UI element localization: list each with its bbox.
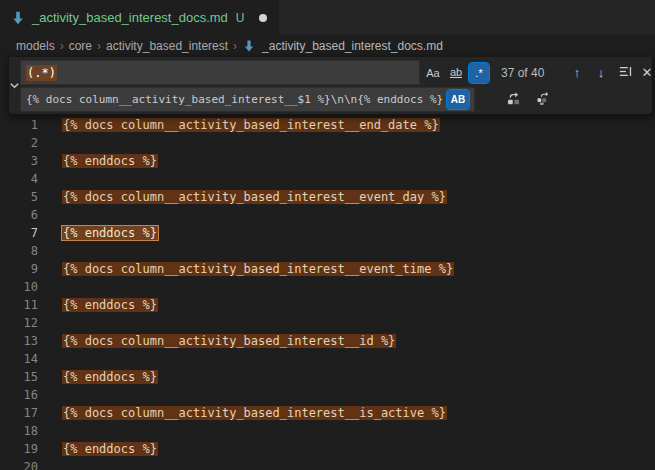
replace-all-icon: [536, 91, 551, 109]
find-in-selection-button[interactable]: [615, 63, 635, 83]
line-number: 4: [0, 170, 38, 188]
line-number: 20: [0, 458, 38, 470]
find-match: {% docs column__activity_based_interest_…: [62, 118, 440, 132]
match-case-label: Aa: [426, 67, 439, 79]
tab-title: _activity_based_interest_docs.md: [32, 10, 228, 25]
line-number: 15: [0, 368, 38, 386]
line-number: 13: [0, 332, 38, 350]
line-content[interactable]: {% docs column__activity_based_interest_…: [62, 260, 454, 278]
markdown-icon: [10, 10, 26, 26]
line-number: 10: [0, 278, 38, 296]
find-match: {% docs column__activity_based_interest_…: [62, 262, 454, 276]
code-line: 19{% enddocs %}: [0, 440, 655, 458]
replace-row: {% docs column__activity_based_interest_…: [20, 87, 655, 112]
code-line: 8: [0, 242, 655, 260]
line-content[interactable]: {% enddocs %}: [62, 296, 158, 314]
current-find-match: {% enddocs %}: [62, 226, 158, 240]
code-line: 6: [0, 206, 655, 224]
code-line: 1{% docs column__activity_based_interest…: [0, 116, 655, 134]
code-line: 11{% enddocs %}: [0, 296, 655, 314]
find-match: {% docs column__activity_based_interest_…: [62, 334, 396, 348]
breadcrumb-item-models[interactable]: models: [16, 39, 55, 53]
replace-button[interactable]: [503, 90, 523, 110]
tab-bar: _activity_based_interest_docs.md U: [0, 0, 655, 35]
replace-all-button[interactable]: [533, 90, 553, 110]
line-number: 18: [0, 422, 38, 440]
unsaved-changes-dot[interactable]: [259, 14, 267, 22]
find-match: {% enddocs %}: [62, 154, 158, 168]
arrow-up-icon: ↑: [574, 65, 581, 80]
markdown-icon: [242, 39, 256, 53]
close-find-widget-button[interactable]: ✕: [637, 63, 655, 83]
line-number: 19: [0, 440, 38, 458]
git-status-badge: U: [236, 11, 245, 25]
breadcrumb-separator: ›: [60, 39, 64, 53]
replace-value: {% docs column__activity_based_interest_…: [26, 93, 447, 106]
preserve-case-button[interactable]: AB: [447, 90, 469, 109]
find-match: {% enddocs %}: [62, 442, 158, 456]
whole-word-button[interactable]: ab: [446, 63, 466, 83]
search-value: (.*): [26, 65, 57, 81]
breadcrumb-item-activity-based-interest[interactable]: activity_based_interest: [106, 39, 228, 53]
line-content[interactable]: {% enddocs %}: [62, 224, 158, 242]
line-number: 8: [0, 242, 38, 260]
replace-input[interactable]: {% docs column__activity_based_interest_…: [20, 87, 475, 112]
selection-lines-icon: [618, 64, 633, 82]
code-line: 7{% enddocs %}: [0, 224, 655, 242]
breadcrumb-item-core[interactable]: core: [69, 39, 92, 53]
code-line: 10: [0, 278, 655, 296]
line-content[interactable]: {% docs column__activity_based_interest_…: [62, 404, 447, 422]
line-content[interactable]: {% enddocs %}: [62, 440, 158, 458]
line-number: 3: [0, 152, 38, 170]
line-number: 11: [0, 296, 38, 314]
find-row: (.*) Aa ab .* 37 of 40 ↑ ↓: [20, 60, 655, 85]
replace-icon: [506, 91, 521, 109]
code-line: 20: [0, 458, 655, 470]
arrow-down-icon: ↓: [598, 65, 605, 80]
code-line: 17{% docs column__activity_based_interes…: [0, 404, 655, 422]
find-widget: (.*) Aa ab .* 37 of 40 ↑ ↓: [8, 57, 653, 115]
line-content[interactable]: {% docs column__activity_based_interest_…: [62, 116, 440, 134]
line-number: 6: [0, 206, 38, 224]
match-case-button[interactable]: Aa: [423, 63, 443, 83]
toggle-replace-button[interactable]: [9, 57, 20, 114]
line-number: 12: [0, 314, 38, 332]
code-line: 3{% enddocs %}: [0, 152, 655, 170]
file-tab[interactable]: _activity_based_interest_docs.md U: [0, 0, 280, 35]
search-input[interactable]: (.*): [20, 60, 420, 85]
code-line: 2: [0, 134, 655, 152]
breadcrumb-separator: ›: [233, 39, 237, 53]
line-number: 7: [0, 224, 38, 242]
line-number: 2: [0, 134, 38, 152]
close-icon: ✕: [642, 65, 653, 80]
find-match: {% enddocs %}: [62, 370, 158, 384]
previous-match-button[interactable]: ↑: [567, 63, 587, 83]
find-match: {% docs column__activity_based_interest_…: [62, 406, 447, 420]
code-line: 14: [0, 350, 655, 368]
results-count: 37 of 40: [501, 66, 553, 80]
regex-label: .*: [475, 67, 482, 79]
code-line: 9{% docs column__activity_based_interest…: [0, 260, 655, 278]
line-content[interactable]: {% docs column__activity_based_interest_…: [62, 332, 396, 350]
code-line: 16: [0, 386, 655, 404]
find-match: {% enddocs %}: [62, 298, 158, 312]
breadcrumb-file[interactable]: _activity_based_interest_docs.md: [262, 39, 443, 53]
code-line: 12: [0, 314, 655, 332]
line-content[interactable]: {% docs column__activity_based_interest_…: [62, 188, 447, 206]
line-number: 16: [0, 386, 38, 404]
chevron-down-icon: [9, 77, 20, 95]
line-number: 9: [0, 260, 38, 278]
code-line: 13{% docs column__activity_based_interes…: [0, 332, 655, 350]
line-number: 1: [0, 116, 38, 134]
code-line: 18: [0, 422, 655, 440]
editor-lines[interactable]: 1{% docs column__activity_based_interest…: [0, 116, 655, 470]
code-line: 4: [0, 170, 655, 188]
regex-button[interactable]: .*: [469, 63, 489, 83]
next-match-button[interactable]: ↓: [591, 63, 611, 83]
line-content[interactable]: {% enddocs %}: [62, 152, 158, 170]
line-content[interactable]: {% enddocs %}: [62, 368, 158, 386]
code-line: 15{% enddocs %}: [0, 368, 655, 386]
line-number: 17: [0, 404, 38, 422]
line-number: 5: [0, 188, 38, 206]
find-match: {% docs column__activity_based_interest_…: [62, 190, 447, 204]
